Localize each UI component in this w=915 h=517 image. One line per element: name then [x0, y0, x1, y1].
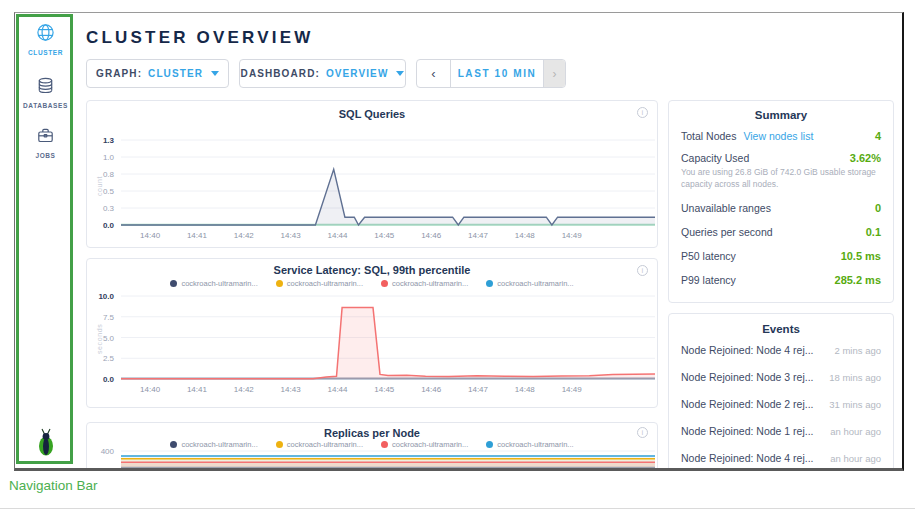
legend-entry[interactable]: cockroach-ultramarin... [486, 440, 573, 449]
dashboard-dropdown-label: DASHBOARD: [241, 68, 320, 79]
qps-label: Queries per second [681, 226, 773, 238]
event-row[interactable]: Node Rejoined: Node 4 rej...2 mins ago [681, 344, 881, 356]
event-row[interactable]: Node Rejoined: Node 3 rej...18 mins ago [681, 371, 881, 383]
event-row[interactable]: Node Rejoined: Node 1 rej...an hour ago [681, 425, 881, 437]
time-range-prev-button[interactable]: ‹ [417, 60, 451, 87]
total-nodes-value: 4 [875, 130, 881, 142]
legend-dot-icon [276, 280, 283, 287]
service-latency-chart-panel: Service Latency: SQL, 99th percentile co… [86, 258, 658, 408]
sidebar-logo[interactable] [19, 428, 72, 462]
dashboard-dropdown[interactable]: DASHBOARD: OVERVIEW [239, 59, 406, 88]
replicas-per-node-chart-panel: Replicas per Node cockroach-ultramarin..… [86, 422, 658, 471]
y-tick-label: 1.0 [87, 153, 114, 163]
x-tick-label: 14:45 [367, 231, 401, 240]
x-tick-label: 14:40 [133, 231, 167, 240]
sidebar-item-databases[interactable]: DATABASES [19, 76, 72, 109]
x-tick-label: 14:43 [274, 385, 308, 394]
p99-latency-value: 285.2 ms [835, 274, 881, 286]
cockroachdb-logo-icon [34, 428, 58, 462]
event-text: Node Rejoined: Node 3 rej... [681, 371, 814, 383]
legend-entry[interactable]: cockroach-ultramarin... [170, 279, 257, 288]
info-icon[interactable] [637, 107, 648, 118]
legend-dot-icon [170, 441, 177, 448]
cluster-globe-icon [36, 23, 55, 46]
time-range-next-button[interactable]: › [543, 60, 565, 87]
x-tick-label: 14:42 [227, 231, 261, 240]
capacity-caption: You are using 26.8 GiB of 742.0 GiB usab… [681, 167, 881, 191]
event-time: an hour ago [830, 453, 881, 464]
legend-entry[interactable]: cockroach-ultramarin... [170, 440, 257, 449]
time-range-selector: ‹ LAST 10 MIN › [416, 59, 566, 88]
x-tick-label: 14:43 [274, 231, 308, 240]
y-tick-label: 7.5 [87, 313, 114, 323]
dashboard-dropdown-value: OVERVIEW [326, 68, 389, 79]
event-time: an hour ago [830, 426, 881, 437]
legend-entry[interactable]: cockroach-ultramarin... [381, 279, 468, 288]
view-nodes-list-link[interactable]: View nodes list [743, 130, 813, 142]
x-axis-ticks: 14:4014:4114:4214:4314:4414:4514:4614:47… [122, 231, 656, 243]
legend-label: cockroach-ultramarin... [181, 279, 257, 288]
legend-dot-icon [276, 441, 283, 448]
qps-value: 0.1 [866, 226, 881, 238]
time-range-value[interactable]: LAST 10 MIN [451, 60, 543, 87]
chevron-down-icon [211, 71, 219, 76]
x-tick-label: 14:44 [321, 231, 355, 240]
databases-icon [36, 76, 55, 99]
node-3-replicas-area [121, 462, 655, 471]
legend-dot-icon [170, 280, 177, 287]
chart-title: SQL Queries [87, 108, 657, 120]
y-tick-label: 0.0 [87, 221, 114, 231]
replicas-per-node-plot [121, 451, 655, 471]
annotation-label: Navigation Bar [9, 478, 98, 493]
graph-dropdown[interactable]: GRAPH: CLUSTER [86, 59, 229, 88]
y-axis-ticks: 400 [87, 423, 117, 471]
capacity-used-label: Capacity Used [681, 152, 749, 164]
y-axis-ticks: 1.31.00.80.50.30.0 [87, 101, 117, 247]
y-tick-label: 0.5 [87, 187, 114, 197]
legend-label: cockroach-ultramarin... [497, 440, 573, 449]
x-tick-label: 14:42 [227, 385, 261, 394]
jobs-briefcase-icon [36, 126, 55, 149]
event-row[interactable]: Node Rejoined: Node 2 rej...31 mins ago [681, 398, 881, 410]
legend-entry[interactable]: cockroach-ultramarin... [381, 440, 468, 449]
x-tick-label: 14:47 [461, 385, 495, 394]
summary-row-p99: P99 latency 285.2 ms [681, 274, 881, 286]
legend-dot-icon [486, 280, 493, 287]
service-latency-plot [121, 296, 655, 379]
sidebar-item-cluster[interactable]: CLUSTER [19, 23, 72, 56]
y-tick-label: 0.0 [87, 375, 114, 385]
summary-row-unavailable-ranges: Unavailable ranges 0 [681, 202, 881, 214]
unavailable-ranges-label: Unavailable ranges [681, 202, 771, 214]
event-time: 2 mins ago [835, 345, 881, 356]
event-row[interactable]: Node Rejoined: Node 4 rej...an hour ago [681, 452, 881, 464]
chart-title: Service Latency: SQL, 99th percentile [87, 264, 657, 276]
legend-label: cockroach-ultramarin... [287, 279, 363, 288]
legend-entry[interactable]: cockroach-ultramarin... [486, 279, 573, 288]
unavailable-ranges-value: 0 [875, 202, 881, 214]
events-title: Events [669, 323, 893, 335]
capacity-used-value: 3.62% [850, 152, 881, 164]
p50-latency-label: P50 latency [681, 250, 736, 262]
info-icon[interactable] [637, 427, 648, 438]
x-tick-label: 14:41 [180, 385, 214, 394]
legend-entry[interactable]: cockroach-ultramarin... [276, 279, 363, 288]
y-tick-label: 10.0 [87, 292, 114, 302]
event-text: Node Rejoined: Node 4 rej... [681, 452, 814, 464]
graph-dropdown-label: GRAPH: [96, 68, 142, 79]
x-axis-ticks: 14:4014:4114:4214:4314:4414:4514:4614:47… [122, 385, 656, 397]
legend-label: cockroach-ultramarin... [287, 440, 363, 449]
y-tick-label: 2.5 [87, 354, 114, 364]
legend-entry[interactable]: cockroach-ultramarin... [276, 440, 363, 449]
sidebar-item-label: JOBS [19, 152, 72, 159]
y-axis-ticks: 10.07.55.02.50.0 [87, 259, 117, 407]
x-tick-label: 14:45 [367, 385, 401, 394]
summary-title: Summary [669, 109, 893, 121]
chevron-down-icon [396, 71, 404, 76]
chart-title: Replicas per Node [87, 427, 657, 439]
sidebar-item-jobs[interactable]: JOBS [19, 126, 72, 159]
p99-latency-line [121, 308, 655, 379]
x-tick-label: 14:48 [508, 231, 542, 240]
info-icon[interactable] [637, 265, 648, 276]
x-tick-label: 14:46 [414, 231, 448, 240]
y-tick-label: 0.3 [87, 204, 114, 214]
